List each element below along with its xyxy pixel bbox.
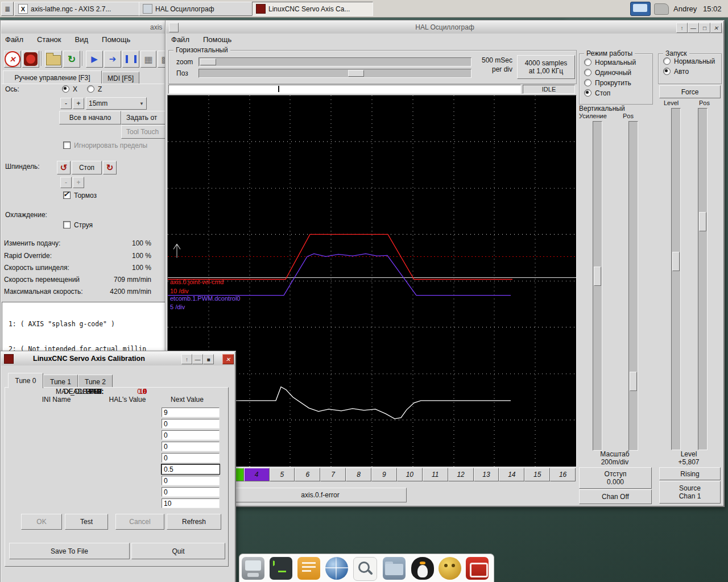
penguin-icon[interactable]: [411, 557, 434, 580]
menu-file[interactable]: Файл: [4, 34, 24, 45]
reload-button[interactable]: ↻: [63, 51, 80, 68]
tab-tune0[interactable]: Tune 0: [8, 373, 43, 388]
refresh-button[interactable]: Refresh: [167, 514, 221, 530]
test-button[interactable]: Test: [65, 514, 108, 530]
trigger-normal-radio[interactable]: Нормальный: [663, 57, 715, 65]
param-input-ff1[interactable]: [162, 464, 220, 474]
channel-button-14[interactable]: 14: [499, 468, 524, 481]
close-button[interactable]: ✕: [222, 354, 234, 364]
tab-tune2[interactable]: Tune 2: [78, 375, 113, 388]
channel-button-8[interactable]: 8: [346, 468, 371, 481]
spindle-plus-button[interactable]: +: [73, 177, 84, 188]
shade-button[interactable]: ↑: [676, 23, 688, 33]
axis-radio-z[interactable]: Z: [87, 85, 102, 93]
gain-slider-handle[interactable]: [594, 267, 601, 286]
trigger-level-slider[interactable]: [671, 108, 681, 450]
mascot-icon[interactable]: [439, 557, 461, 580]
taskbar-button-halscope[interactable]: HAL Осциллограф: [139, 2, 258, 16]
menu-machine[interactable]: Станок: [36, 34, 63, 45]
gain-slider[interactable]: [593, 121, 602, 451]
shade-button[interactable]: ↑: [181, 354, 192, 364]
close-button[interactable]: ✕: [710, 23, 722, 33]
tab-manual-control[interactable]: Ручное управление [F3]: [3, 70, 102, 84]
channel-source-button[interactable]: axis.0.f-error: [234, 488, 407, 502]
channel-button-6[interactable]: 6: [295, 468, 320, 481]
quit-button[interactable]: Quit: [131, 543, 225, 559]
channel-button-16[interactable]: 16: [550, 468, 576, 481]
channel-button-4[interactable]: 4: [244, 468, 270, 481]
jog-plus-button[interactable]: +: [73, 98, 84, 109]
channel-button-5[interactable]: 5: [270, 468, 295, 481]
param-input-ff0[interactable]: [162, 453, 220, 463]
maximize-button[interactable]: □: [699, 23, 710, 33]
mode-roll-radio[interactable]: Прокрутить: [584, 79, 631, 87]
spindle-minus-button[interactable]: -: [60, 177, 72, 188]
halscope-titlebar[interactable]: HAL Осциллограф ↑ — □ ✕: [166, 21, 723, 34]
calibration-titlebar[interactable]: LinuxCNC Servo Axis Calibration ↑ — ■ ✕: [1, 352, 235, 365]
channel-button-15[interactable]: 15: [524, 468, 550, 481]
spindle-ccw-button[interactable]: ↺: [57, 161, 71, 174]
save-to-file-button[interactable]: Save To File: [9, 543, 130, 559]
mist-checkbox[interactable]: Струя: [63, 221, 93, 229]
trigger-pos-slider-handle[interactable]: [699, 212, 706, 231]
jog-increment-dropdown[interactable]: 15mm ▼: [86, 97, 147, 110]
input-tray-icon[interactable]: [654, 3, 669, 15]
menu-help[interactable]: Помощь: [202, 34, 233, 45]
vertical-pos-slider[interactable]: [628, 121, 638, 451]
param-input-maxoutput[interactable]: [162, 498, 220, 508]
param-input-d[interactable]: [162, 430, 220, 440]
zoom-slider[interactable]: [198, 57, 471, 66]
param-input-deadband[interactable]: [162, 487, 220, 497]
trigger-edge-button[interactable]: Rising: [659, 467, 721, 480]
open-file-button[interactable]: [45, 51, 62, 68]
channel-button-7[interactable]: 7: [320, 468, 346, 481]
force-trigger-button[interactable]: Force: [659, 85, 721, 98]
run-step-button[interactable]: ➔: [104, 51, 121, 68]
mode-single-radio[interactable]: Одиночный: [584, 69, 631, 77]
position-slider-handle[interactable]: [348, 70, 364, 77]
jog-minus-button[interactable]: -: [60, 98, 72, 109]
sample-rate-button[interactable]: 4000 samples at 1,00 КГц: [517, 55, 575, 79]
display-tray-icon[interactable]: [630, 2, 651, 16]
offset-button[interactable]: Отступ 0.000: [579, 467, 652, 489]
param-input-bias[interactable]: [162, 442, 220, 451]
minimize-button[interactable]: —: [688, 23, 699, 33]
trigger-source-button[interactable]: Source Chan 1: [659, 481, 721, 504]
window-list-button[interactable]: ≣: [1, 2, 14, 16]
vertical-pos-slider-handle[interactable]: [630, 372, 637, 391]
mode-stop-radio[interactable]: Стоп: [584, 89, 610, 97]
pause-button[interactable]: [122, 51, 139, 68]
trigger-pos-slider[interactable]: [698, 108, 708, 450]
laptop-icon[interactable]: [242, 557, 264, 580]
zoom-slider-handle[interactable]: [200, 59, 216, 65]
cancel-button[interactable]: Cancel: [115, 514, 164, 530]
channel-button-10[interactable]: 10: [397, 468, 423, 481]
spindle-cw-button[interactable]: ↻: [103, 161, 117, 174]
channel-button-12[interactable]: 12: [448, 468, 474, 481]
tab-mdi[interactable]: MDI [F5]: [102, 72, 139, 84]
chan-off-button[interactable]: Chan Off: [579, 489, 652, 504]
spindle-stop-button[interactable]: Стоп: [72, 161, 102, 174]
trigger-auto-radio[interactable]: Авто: [663, 68, 689, 76]
ok-button[interactable]: OK: [21, 514, 62, 530]
trigger-level-slider-handle[interactable]: [672, 252, 680, 271]
menu-help[interactable]: Помощь: [101, 34, 131, 45]
terminal-icon[interactable]: [270, 557, 292, 580]
run-button[interactable]: ▶: [86, 51, 103, 68]
param-input-p[interactable]: [162, 408, 220, 417]
channel-button-9[interactable]: 9: [371, 468, 397, 481]
tab-tune1[interactable]: Tune 1: [43, 375, 78, 388]
taskbar-button-axis[interactable]: X axis-lathe.ngc - AXIS 2.7...: [14, 2, 144, 16]
maximize-button[interactable]: ■: [203, 354, 214, 364]
machine-on-button[interactable]: [22, 51, 39, 68]
param-input-ff2[interactable]: [162, 476, 220, 485]
home-all-button[interactable]: Все в начало: [59, 111, 121, 124]
menu-view[interactable]: Вид: [74, 34, 90, 45]
position-slider[interactable]: [198, 69, 471, 78]
ignore-limits-checkbox[interactable]: Игнорировать пределы: [63, 142, 147, 149]
estop-reset-button[interactable]: ✕: [4, 51, 21, 68]
brake-checkbox[interactable]: Тормоз: [63, 192, 97, 199]
taskbar-button-calibration[interactable]: LinuxCNC Servo Axis Ca...: [252, 2, 373, 16]
param-input-i[interactable]: [162, 419, 220, 429]
axis-radio-x[interactable]: X: [62, 85, 77, 93]
